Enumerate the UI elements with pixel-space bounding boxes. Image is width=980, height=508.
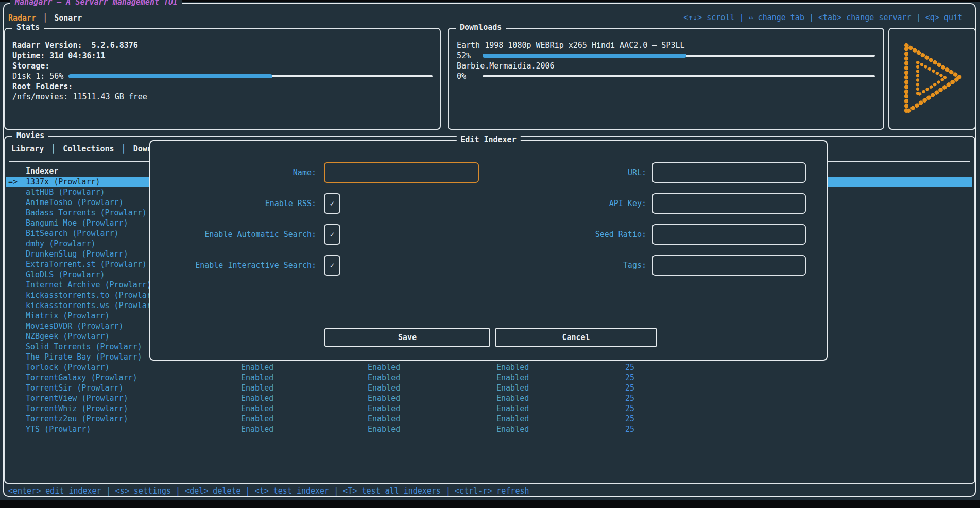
keybind-action: refresh [492,486,529,496]
managarr-play-logo-icon [897,38,967,120]
url-input[interactable]: http://localhost:9696/1/ [652,162,806,183]
keybind-separator: | [441,486,455,496]
keybind-hint-refresh: <ctrl-r> refresh [455,486,529,496]
indexer-rss-status: Enabled [241,383,273,393]
indexer-name: Torlock (Prowlarr) [26,363,110,372]
name-input[interactable]: 1337x (Prowlarr) [324,162,479,183]
save-button[interactable]: Save [324,328,490,347]
indexer-row[interactable]: Torlock (Prowlarr)EnabledEnabledEnabled2… [6,362,972,372]
download-percent: 52% [457,50,477,61]
cancel-button[interactable]: Cancel [495,328,657,347]
indexer-interactive-search-status: Enabled [496,372,529,383]
tab-separator: │ [43,13,47,23]
keybind-key: <enter> [8,486,41,496]
indexer-rss-status: Enabled [241,414,273,424]
indexer-name: YTS (Prowlarr) [26,425,91,434]
indexer-interactive-search-status: Enabled [496,403,529,414]
tab-library[interactable]: Library [11,144,44,154]
indexer-name: kickasstorrents.to (Prowlarr) [26,291,161,300]
indexer-auto-search-status: Enabled [368,424,400,434]
indexer-interactive-search-status: Enabled [496,393,529,403]
root-folders-label: Root Folders: [12,81,433,92]
disk-usage-row: Disk 1: 56% [12,71,433,81]
keybind-key: <↑↓> [683,13,702,22]
indexer-name: BitSearch (Prowlarr) [26,229,119,238]
keybind-key: <del> [185,486,208,496]
seed-ratio-input[interactable] [652,224,806,245]
keybind-action: quit [939,13,962,22]
indexer-name: ExtraTorrent.st (Prowlarr) [26,260,147,269]
indexer-name: Internet Archive (Prowlarr) [26,280,151,290]
indexer-name: Solid Torrents (Prowlarr) [26,342,142,351]
indexer-row[interactable]: TorrentSir (Prowlarr)EnabledEnabledEnabl… [6,383,972,393]
disk-usage-progress-fill [68,74,272,78]
tab-collections[interactable]: Collections [63,144,114,154]
enable-interactive-search-checkbox[interactable]: ✓ [324,255,340,276]
enable-automatic-search-label: Enable Automatic Search: [166,224,316,245]
keybind-action: change tab [753,13,804,22]
enable-automatic-search-checkbox[interactable]: ✓ [324,224,340,245]
keybind-separator: | [171,486,185,496]
enable-rss-checkbox[interactable]: ✓ [324,193,340,214]
tab-separator: │ [122,144,126,154]
indexer-name: DrunkenSlug (Prowlarr) [26,249,128,259]
keybind-separator: | [101,486,115,496]
indexer-interactive-search-status: Enabled [496,383,529,393]
keybind-hint-test-indexer: <t> test indexer [255,486,330,496]
tags-input[interactable] [652,255,806,276]
movies-panel-title: Movies [12,131,48,140]
check-icon: ✓ [330,261,334,270]
tab-radarr[interactable]: Radarr [8,13,36,23]
keybind-hint-change-tab: ↔ change tab [749,13,804,22]
indexer-name: TorrentView (Prowlarr) [26,394,128,403]
check-icon: ✓ [330,230,334,239]
tab-sonarr[interactable]: Sonarr [54,13,82,23]
indexer-row[interactable]: TorrentView (Prowlarr)EnabledEnabledEnab… [6,393,972,403]
keybind-key: <tab> [818,13,841,22]
indexer-auto-search-status: Enabled [368,362,400,372]
keybind-separator: | [241,486,255,496]
edit-indexer-modal-title: Edit Indexer [456,135,520,144]
keybind-separator: | [329,486,343,496]
keybind-hint-settings: <s> settings [115,486,171,496]
keybind-key: ↔ [749,13,753,22]
download-progress-row: 0% [457,71,875,81]
indexer-priority: 25 [573,424,634,434]
indexer-row[interactable]: Torrentz2eu (Prowlarr)EnabledEnabledEnab… [6,414,972,424]
stats-panel: Stats Radarr Version: 5.2.6.8376 Uptime:… [4,28,441,130]
indexer-name: 1337x (Prowlarr) [26,177,100,187]
app-title: Managarr – A Servarr management TUI [10,0,182,7]
keybind-key: <ctrl-r> [455,486,492,496]
indexer-interactive-search-status: Enabled [496,414,529,424]
disk-usage-progressbar [68,75,433,77]
keybind-action: delete [208,486,240,496]
indexer-interactive-search-status: Enabled [496,362,529,372]
indexer-row[interactable]: YTS (Prowlarr)EnabledEnabledEnabled25 [6,424,972,434]
indexer-name: TorrentGalaxy (Prowlarr) [26,373,137,382]
api-key-input[interactable]: ******** [652,193,806,214]
seed-ratio-field-label: Seed Ratio: [490,224,646,245]
root-folder-value: /nfs/movies: 11511.43 GB free [12,92,433,102]
edit-indexer-modal: Edit Indexer Name: 1337x (Prowlarr) Enab… [149,140,828,361]
keybind-action: settings [129,486,171,496]
indexer-row[interactable]: TorrentWhiz (Prowlarr)EnabledEnabledEnab… [6,403,972,414]
keybind-key: <t> [255,486,269,496]
indexer-name: altHUB (Prowlarr) [26,188,105,197]
downloads-panel-title: Downloads [456,23,506,32]
indexer-rss-status: Enabled [241,424,273,434]
keybind-key: <q> [925,13,939,22]
keybind-separator: | [734,13,748,22]
tags-field-label: Tags: [490,255,646,276]
indexer-row[interactable]: TorrentGalaxy (Prowlarr)EnabledEnabledEn… [6,372,972,383]
keybind-action: change servarr [841,13,911,22]
indexer-name: TorrentWhiz (Prowlarr) [26,404,128,413]
app-frame: Managarr – A Servarr management TUI Rada… [3,3,976,497]
keybind-hint-delete: <del> delete [185,486,240,496]
indexer-rss-status: Enabled [241,362,273,372]
top-keybind-bar: <↑↓> scroll | ↔ change tab | <tab> chang… [683,13,962,22]
indexer-name: dmhy (Prowlarr) [26,239,95,248]
url-field-label: URL: [490,162,646,183]
indexer-name: The Pirate Bay (Prowlarr) [26,352,142,362]
keybind-separator: | [912,13,925,22]
keybind-hint-edit-indexer: <enter> edit indexer [8,486,101,496]
